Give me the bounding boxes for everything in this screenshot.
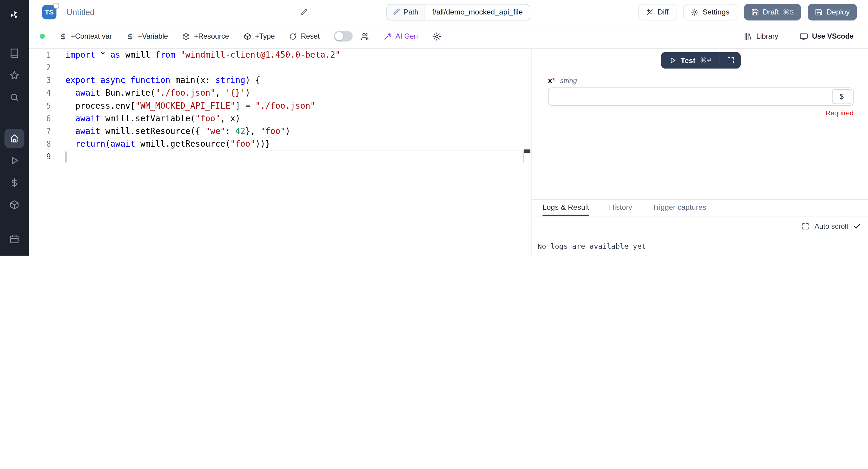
draft-indicator bbox=[53, 2, 59, 8]
line-number: 9 bbox=[29, 151, 51, 163]
tab-history[interactable]: History bbox=[609, 200, 632, 216]
run-header: Test ⌘↵ x* string bbox=[532, 49, 868, 200]
toolbar-left: +Context var +Variable +Resource +Type R… bbox=[40, 31, 441, 42]
line-number: 2 bbox=[29, 62, 51, 74]
autoscroll-label[interactable]: Auto scroll bbox=[814, 222, 848, 230]
result-tabs: Logs & Result History Trigger captures bbox=[532, 200, 868, 216]
library-icon bbox=[743, 32, 752, 40]
sidebar-item-resources[interactable] bbox=[4, 195, 25, 214]
path-control: Path f/all/demo_mocked_api_file bbox=[386, 4, 531, 20]
status-dot bbox=[40, 34, 45, 39]
tab-trigger-captures[interactable]: Trigger captures bbox=[652, 200, 706, 216]
settings-label: Settings bbox=[702, 8, 729, 16]
line-number: 6 bbox=[29, 112, 51, 125]
code-line[interactable]: 7 await wmill.setResource({ "we": 42}, "… bbox=[29, 125, 531, 138]
content: 1import * as wmill from "windmill-client… bbox=[29, 49, 868, 256]
sidebar-item-search[interactable] bbox=[4, 88, 25, 107]
save-icon bbox=[815, 8, 823, 16]
tab-logs-and-result[interactable]: Logs & Result bbox=[542, 200, 589, 216]
sidebar-item-favorites[interactable] bbox=[4, 66, 25, 85]
sidebar-item-runs[interactable] bbox=[4, 151, 25, 170]
library-button[interactable]: Library bbox=[743, 32, 778, 40]
argument-x-input[interactable] bbox=[549, 88, 832, 105]
book-icon bbox=[9, 48, 19, 58]
deploy-button[interactable]: Deploy bbox=[808, 4, 857, 20]
multiplayer-toggle[interactable] bbox=[334, 31, 353, 42]
add-context-var-label: +Context var bbox=[71, 32, 112, 40]
language-badge-wrap: TS bbox=[42, 5, 56, 19]
ai-gen-label: AI Gen bbox=[395, 32, 418, 40]
code-text: export async function main(x: string) { bbox=[65, 74, 260, 87]
users-icon bbox=[361, 32, 369, 40]
expand-logs-icon[interactable] bbox=[802, 222, 809, 230]
argument-name: x bbox=[548, 76, 552, 85]
editor-settings-button[interactable] bbox=[432, 32, 441, 40]
draft-button[interactable]: Draft ⌘S bbox=[744, 4, 801, 20]
add-resource-button[interactable]: +Resource bbox=[182, 32, 229, 40]
argument-label-row: x* string bbox=[548, 76, 854, 85]
expand-icon bbox=[727, 57, 735, 64]
calendar-icon bbox=[9, 234, 19, 244]
overview-ruler-cursor-mark bbox=[524, 149, 530, 153]
code-line[interactable]: 5 process.env["WM_MOCKED_API_FILE"] = ".… bbox=[29, 100, 531, 112]
code-line[interactable]: 3export async function main(x: string) { bbox=[29, 74, 531, 87]
required-hint: Required bbox=[548, 109, 854, 117]
test-button[interactable]: Test ⌘↵ bbox=[661, 52, 720, 68]
check-icon[interactable] bbox=[853, 222, 861, 230]
ai-gen-button[interactable]: AI Gen bbox=[384, 32, 418, 40]
test-shortcut: ⌘↵ bbox=[700, 57, 712, 64]
sidebar-item-variables[interactable] bbox=[4, 173, 25, 192]
line-number: 7 bbox=[29, 125, 51, 138]
sidebar-group-main bbox=[4, 127, 25, 216]
test-expand-button[interactable] bbox=[720, 52, 741, 68]
reset-label: Reset bbox=[301, 32, 320, 40]
add-type-button[interactable]: +Type bbox=[243, 32, 275, 40]
code-line[interactable]: 2 bbox=[29, 62, 531, 74]
text-cursor bbox=[65, 152, 66, 162]
code-text: await wmill.setResource({ "we": 42}, "fo… bbox=[65, 125, 290, 138]
code-text: await wmill.setVariable("foo", x) bbox=[65, 112, 240, 125]
variable-picker-button[interactable]: $ bbox=[832, 89, 851, 104]
star-icon bbox=[9, 70, 19, 80]
sidebar bbox=[0, 0, 29, 256]
code-text: return(await wmill.getResource("foo"))} bbox=[65, 138, 270, 151]
line-number: 8 bbox=[29, 138, 51, 151]
autoscroll-row: Auto scroll bbox=[802, 222, 861, 230]
test-label: Test bbox=[681, 56, 695, 65]
use-vscode-button[interactable]: Use VScode bbox=[799, 32, 854, 40]
code-editor[interactable]: 1import * as wmill from "windmill-client… bbox=[29, 49, 531, 256]
line-number: 4 bbox=[29, 87, 51, 100]
package-icon bbox=[182, 32, 190, 40]
code-line[interactable]: 1import * as wmill from "windmill-client… bbox=[29, 49, 531, 61]
line-number: 1 bbox=[29, 49, 51, 61]
top-header: TS Untitled Path f/all/demo_mocked_api_f… bbox=[29, 0, 868, 25]
code-line[interactable]: 4 await Bun.write("./foo.json", '{}') bbox=[29, 87, 531, 100]
use-vscode-label: Use VScode bbox=[812, 32, 854, 40]
windmill-logo-icon[interactable] bbox=[6, 7, 23, 23]
sidebar-item-schedules[interactable] bbox=[4, 230, 25, 248]
settings-button[interactable]: Settings bbox=[683, 4, 737, 20]
code-text: process.env["WM_MOCKED_API_FILE"] = "./f… bbox=[65, 100, 315, 112]
reset-button[interactable]: Reset bbox=[289, 32, 320, 40]
sidebar-item-flows[interactable] bbox=[4, 252, 25, 256]
sidebar-item-docs[interactable] bbox=[4, 44, 25, 62]
pencil-icon bbox=[300, 8, 308, 16]
argument-type: string bbox=[560, 77, 577, 85]
test-row: Test ⌘↵ bbox=[548, 52, 854, 68]
code-line[interactable]: 9 bbox=[29, 151, 531, 163]
add-context-var-button[interactable]: +Context var bbox=[59, 32, 112, 40]
code-line[interactable]: 8 return(await wmill.getResource("foo"))… bbox=[29, 138, 531, 151]
dollar-icon bbox=[9, 178, 19, 188]
path-value[interactable]: f/all/demo_mocked_api_file bbox=[425, 4, 530, 20]
diff-button[interactable]: Diff bbox=[638, 4, 677, 20]
toolbar-right: Library Use VScode bbox=[743, 32, 854, 40]
edit-title-button[interactable] bbox=[300, 8, 308, 16]
code-line[interactable]: 6 await wmill.setVariable("foo", x) bbox=[29, 112, 531, 125]
edit-path-button[interactable]: Path bbox=[387, 4, 425, 20]
deploy-label: Deploy bbox=[826, 8, 849, 16]
diff-label: Diff bbox=[658, 8, 669, 16]
sidebar-item-home[interactable] bbox=[4, 129, 25, 148]
test-button-group: Test ⌘↵ bbox=[661, 52, 741, 68]
add-variable-button[interactable]: +Variable bbox=[126, 32, 168, 40]
code-lines: 1import * as wmill from "windmill-client… bbox=[29, 49, 531, 163]
